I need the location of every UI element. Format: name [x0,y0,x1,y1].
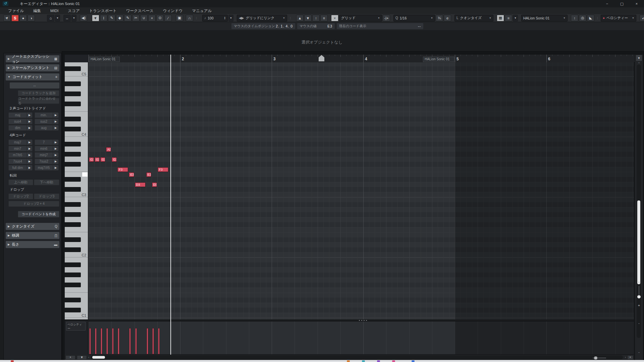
piano-key-row[interactable] [65,152,88,157]
piano-key-row[interactable] [65,217,88,222]
midi-note-E3-6[interactable]: E3 [129,172,134,177]
velocity-bar-7[interactable] [135,328,137,354]
chord-7sus4[interactable]: 7sus4▶ [8,159,33,164]
quantize-preset-combo[interactable]: Q1/16▼ [393,15,435,21]
piano-keyboard[interactable]: C5C4C3C2C1 [65,62,88,319]
autoscroll-button[interactable]: ↔ [63,15,71,21]
black-key[interactable] [65,202,81,207]
quantize-panel-button[interactable]: e [444,15,451,21]
independent-loop-button[interactable]: ▣ [176,15,183,21]
play-chord-icon[interactable]: ▶ [53,113,58,118]
transpose-down-button[interactable]: ▼ [304,15,312,21]
piano-key-row[interactable] [65,273,88,278]
velocity-bar-3[interactable] [106,328,108,354]
velocity-bar-8[interactable] [147,328,148,354]
midi-note-D3-9[interactable]: D3 [152,182,157,187]
play-chord-icon[interactable]: ▶ [26,165,32,170]
taskbar-icon[interactable] [11,360,14,362]
piano-key-row[interactable] [65,117,88,122]
chord-sus4[interactable]: sus4▶ [8,119,33,124]
black-key[interactable] [65,273,81,277]
piano-key-row[interactable] [65,127,88,132]
add-controller-lane-button[interactable]: + [65,355,75,360]
piano-key-row[interactable] [65,102,88,107]
midi-note-G3-1[interactable]: G3 [95,157,100,162]
move-up-button[interactable]: 上へ移動 [8,179,33,185]
black-key[interactable] [65,187,81,192]
black-key[interactable] [65,237,81,242]
taskbar-icon[interactable] [412,360,415,362]
open-in-window-button[interactable]: ↙ [640,15,644,21]
iterative-quantize-button[interactable]: ¾ [436,15,443,21]
chord-min7[interactable]: min7▶ [8,146,33,152]
piano-key-row[interactable] [65,97,88,102]
piano-key-row[interactable] [65,81,88,86]
acoustic-pin-button[interactable]: ➤ [3,15,11,21]
black-key[interactable] [65,66,81,71]
black-key[interactable] [65,247,81,252]
chord-maj7[interactable]: maj7▶ [8,139,33,145]
controller-lane-label[interactable]: ベロシティー [66,322,86,330]
piano-key-row[interactable] [65,237,88,242]
piano-key-row[interactable] [65,92,88,97]
chord-m7b5[interactable]: m7/b5▶ [8,152,33,158]
edited-part-combo[interactable]: HALion Sonic 01▼ [521,15,568,21]
visible-pitches-button[interactable]: ⌂ [47,15,54,21]
midi-note-G3-0[interactable]: G3 [89,157,94,162]
highlighted-key[interactable] [82,172,88,177]
close-button[interactable]: × [629,0,644,7]
menu-3[interactable]: MIDI [46,7,63,14]
add-chord-track-button[interactable]: コードトラックを追加 [18,90,59,96]
event-move-mode-button[interactable]: ≡ [505,15,512,21]
part-name-tag-start[interactable]: HALion Sonic 01 [89,57,120,62]
vertical-scrollbar-thumb[interactable] [637,200,640,284]
feedback-loop-button[interactable]: ∩ [186,15,193,21]
black-key[interactable] [65,81,81,86]
velocity-bar-9[interactable] [152,328,154,354]
piano-key-row[interactable] [65,62,88,66]
play-chord-icon[interactable]: ▶ [26,159,32,164]
loop-options-dots[interactable]: ⋮ [194,15,199,21]
line-tool[interactable]: ∕ [164,15,172,21]
minimize-button[interactable]: − [600,0,614,7]
trim-tool[interactable]: I [100,15,107,21]
play-chord-icon[interactable]: ▶ [53,125,58,130]
chord-maj[interactable]: maj▶ [8,112,33,118]
black-key[interactable] [65,162,81,167]
autoscroll-dropdown[interactable]: ▼ [71,15,76,21]
menu-2[interactable]: 編集 [29,7,46,14]
play-chord-icon[interactable]: ▶ [53,119,58,124]
time-warp-tool[interactable]: ✎ [124,15,131,21]
transpose-octave-up-button[interactable]: ↑ [312,15,320,21]
chord-fulldim[interactable]: full dim▶ [8,165,33,171]
chord-min.[interactable]: min.▶ [35,112,59,118]
play-chord-icon[interactable]: ▶ [53,165,58,170]
part-name-tag-end[interactable]: HALion Sonic 01 [423,57,454,62]
length-link-combo[interactable]: ◀▶グリッドにリンク▼ [237,15,287,21]
piano-key-row[interactable] [65,202,88,207]
midi-input-button[interactable]: ◎ [579,15,586,21]
piano-key-row[interactable] [65,177,88,182]
black-key[interactable] [65,308,81,312]
menu-6[interactable]: ワークスペース [121,7,158,14]
length-quantize-combo[interactable]: Lクオンタイズ▼ [454,15,493,21]
piano-key-row[interactable] [65,157,88,162]
taskbar-icon[interactable] [347,360,350,362]
piano-key-row[interactable] [65,293,88,298]
divider-grip-icon[interactable] [359,320,368,321]
inspector-header-5[interactable]: ▶移調∏ [6,232,59,239]
retrospective-record-button[interactable]: ◣ [587,15,594,21]
inspector-header-6[interactable]: ▶長さ▬ [6,241,59,248]
velocity-bar-1[interactable] [95,328,97,354]
scroll-right-icon[interactable]: › [624,356,627,359]
snap-on-off-button[interactable]: × [331,15,338,21]
play-chord-icon[interactable]: ▶ [53,140,58,145]
piano-key-row[interactable] [65,222,88,227]
input-options-dots[interactable]: ⋮ [595,15,600,21]
piano-key-row[interactable] [65,182,88,187]
chord-minj7[interactable]: minj7▶ [35,152,59,158]
velocity-bar-5[interactable] [118,328,119,354]
move-down-button[interactable]: 下へ移動 [34,179,59,185]
event-move-dropdown[interactable]: ▼ [513,15,518,21]
horizontal-scrollbar[interactable] [91,355,623,359]
